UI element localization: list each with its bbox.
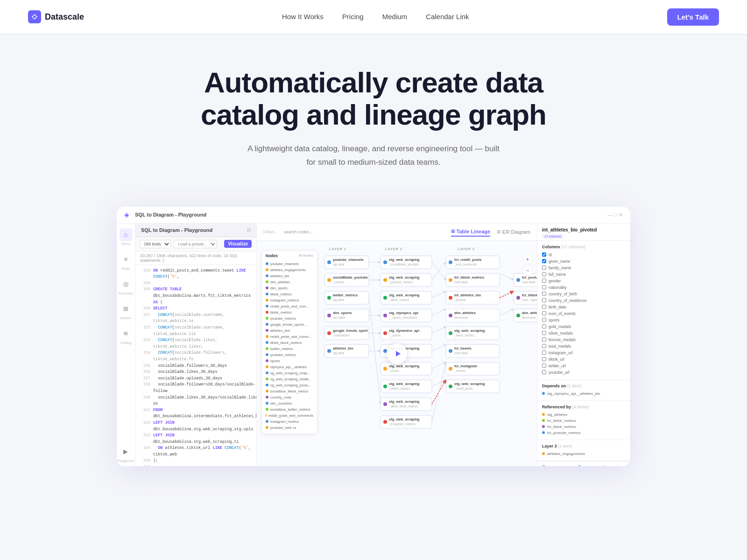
referenced-item: fct_tiktok_metrics: [542, 418, 626, 424]
catalog-icon[interactable]: ≋: [120, 327, 133, 340]
nodes-count: 40 Nodes: [299, 254, 313, 257]
svg-text:fct_youtube_metrics: fct_youtube_metrics: [522, 275, 537, 280]
node-item: socialblue_tiktok_merics: [266, 388, 313, 394]
sql-line: 348: [140, 464, 252, 466]
flows-icon[interactable]: ≡: [120, 253, 133, 266]
discovery-icon[interactable]: ◎: [119, 278, 132, 291]
svg-rect-102: [514, 273, 537, 287]
svg-text:stg table: stg table: [333, 263, 345, 266]
app-showcase: ◈ SQL to Diagram - Playground — □ ✕ ⌂ Ho…: [117, 207, 630, 466]
node-label: youtube_metrics: [270, 353, 296, 357]
svg-point-83: [449, 314, 452, 317]
svg-text:int_athletes_bio: int_athletes_bio: [454, 293, 481, 297]
table-lineage-icon: ⊞: [451, 229, 455, 234]
svg-text:stg_web_scraping: stg_web_scraping: [454, 329, 485, 333]
columns-section-title: Columns (17 columns): [542, 245, 626, 249]
options-button[interactable]: ⚙ Options: [542, 464, 558, 466]
node-label: socialblue_tiktok_merics: [270, 389, 308, 393]
tab-table-lineage[interactable]: ⊞ Table Lineage: [451, 227, 491, 237]
hero-section: Automatically create data catalog and li…: [0, 34, 747, 188]
svg-rect-98: [446, 380, 500, 393]
node-item: reddit_posts_and_com...: [266, 303, 313, 309]
sidebar-home[interactable]: ⌂ Home: [120, 228, 133, 245]
column-item: given_name: [542, 258, 626, 265]
node-item: reddit_posts_and_comm...: [266, 334, 313, 340]
cta-button[interactable]: Let's Talk: [667, 8, 719, 26]
detail-node-name: int_athletes_bio_pivoted: [542, 227, 626, 232]
sidebar-catalog[interactable]: ≋ Catalog: [120, 327, 133, 344]
svg-text:mart table: mart table: [522, 280, 536, 284]
svg-text:stg_web_scraping: stg_web_scraping: [389, 399, 420, 404]
sql-line: 336 socialBlade.likes_30_days: [140, 369, 252, 376]
svg-point-55: [383, 367, 387, 371]
svg-line-130: [432, 362, 446, 369]
preset-select[interactable]: Load a preset...: [174, 240, 217, 248]
home-icon[interactable]: ⌂: [120, 228, 133, 241]
sidebar-discovery-label: Discovery: [119, 292, 133, 295]
sql-panel: SQL to Diagram - Playground ⊡ Dbt tools …: [135, 224, 257, 466]
svg-rect-14: [324, 291, 369, 304]
svg-rect-70: [446, 256, 500, 269]
rearrange-button[interactable]: ⟳ Rearrange: [578, 464, 599, 466]
db-select[interactable]: Dbt tools: [140, 240, 171, 248]
tab-er-diagram[interactable]: ⊟ ER Diagram: [497, 227, 530, 237]
column-item: tiktok_url: [542, 356, 626, 363]
playground-icon[interactable]: ▶: [119, 445, 132, 458]
svg-line-124: [432, 262, 446, 280]
node-item: youtube_metrics: [266, 315, 313, 322]
svg-text:stg_web_scraping: stg_web_scraping: [389, 382, 420, 386]
node-label: sports: [270, 359, 280, 363]
node-label: sg_web_scraping_reddit...: [270, 377, 311, 381]
node-label: olympics_api__athletes: [270, 365, 307, 369]
referenced-item: fct_youtube_metrics: [542, 430, 626, 436]
sidebar-monitor[interactable]: ⊞ Monitor: [120, 302, 133, 320]
svg-text:LAYER 2: LAYER 2: [385, 247, 402, 251]
zoom-out-button[interactable]: −: [523, 266, 532, 275]
sql-line: 337 socialBlade.uploads_30_days: [140, 376, 252, 382]
svg-line-125: [432, 262, 446, 280]
monitor-icon[interactable]: ⊞: [120, 302, 133, 315]
svg-text:_socialBlade_youtube: _socialBlade_youtube: [388, 263, 419, 266]
sql-line: 340 SELECT: [140, 306, 252, 312]
sql-code-editor[interactable]: 326 ON reddit_posts_and_comments.tweet L…: [135, 265, 256, 466]
zoom-in-button[interactable]: +: [523, 255, 532, 264]
detail-panel: int_athletes_bio_pivoted 17 columns Colu…: [537, 224, 630, 466]
svg-point-91: [449, 349, 452, 353]
svg-point-47: [383, 331, 387, 335]
nav-medium[interactable]: Medium: [382, 13, 407, 21]
svg-text:stg_web_scraping: stg_web_scraping: [389, 258, 420, 262]
svg-text:_twitter_metrics: _twitter_metrics: [388, 387, 410, 391]
sidebar-flows[interactable]: ≡ Flows: [120, 253, 133, 270]
sidebar-discovery[interactable]: ◎ Discovery: [119, 278, 133, 295]
brand-logo[interactable]: Datascale: [28, 10, 84, 23]
svg-point-107: [516, 296, 520, 300]
visualize-button[interactable]: Visualize: [224, 240, 252, 248]
sql-line: 331 CONCAT(socialBlade.username, tiktok_…: [140, 312, 252, 325]
node-label: tiktok_metrics: [270, 310, 292, 315]
svg-text:stg_web_scraping: stg_web_scraping: [389, 417, 420, 421]
sidebar-playground-label: Playground: [118, 459, 134, 462]
svg-line-135: [500, 291, 514, 298]
nav-links: How It Works Pricing Medium Calendar Lin…: [282, 13, 469, 21]
saved-button[interactable]: ✓ Saved: [602, 464, 616, 466]
node-label: tiktok_block_metrics: [270, 341, 302, 345]
node-label: sg_web_scraping_youtu...: [270, 383, 311, 387]
detail-node-header: int_athletes_bio_pivoted 17 columns: [537, 224, 630, 241]
nav-how-it-works[interactable]: How It Works: [282, 13, 324, 21]
sql-line: 338 socialBlade.followers30_days/socialB…: [140, 382, 252, 394]
svg-text:stg_web_scraping: stg_web_scraping: [389, 364, 420, 368]
node-item: sports: [266, 358, 313, 364]
sidebar-playground[interactable]: ▶ Playground: [118, 445, 134, 462]
hero-headline: Automatically create data catalog and li…: [201, 66, 546, 131]
svg-rect-42: [381, 309, 432, 322]
node-item: twitter_metrics: [266, 346, 313, 352]
nav-pricing[interactable]: Pricing: [342, 13, 364, 21]
sidebar-home-label: Home: [121, 242, 130, 245]
tab-er-diagram-label: ER Diagram: [502, 229, 530, 235]
nav-calendar[interactable]: Calendar Link: [426, 13, 469, 21]
play-button[interactable]: [387, 343, 407, 364]
detail-layer3-section: Layer 3 (1 item) athletes_engagements: [537, 440, 630, 461]
referenced-item: stg_athletes: [542, 412, 626, 418]
app-body: ⌂ Home ≡ Flows ◎ Discovery ⊞ Monitor ≋ C…: [117, 224, 630, 466]
column-item: family_name: [542, 265, 626, 271]
